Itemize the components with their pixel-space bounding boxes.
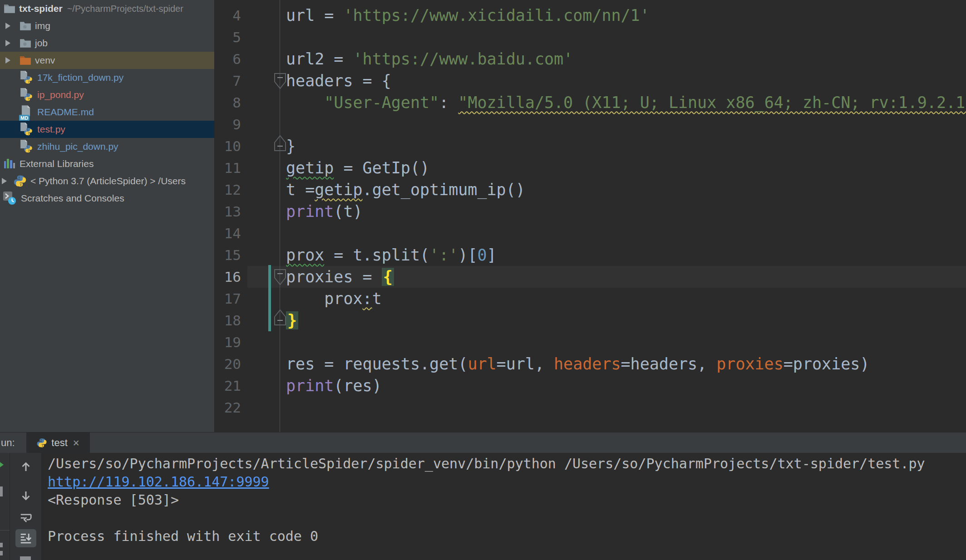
divider <box>0 530 10 531</box>
line-number: 18 <box>215 309 241 331</box>
soft-wrap-button[interactable] <box>15 508 36 526</box>
python-file-icon <box>20 139 34 154</box>
sidebar-item-job[interactable]: job <box>0 34 214 52</box>
up-stack-trace-button[interactable] <box>15 457 36 476</box>
partial-icon[interactable] <box>0 551 3 555</box>
run-label: un: <box>1 432 15 453</box>
code-line-17: prox:t <box>286 288 382 309</box>
sidebar-item-17k-fiction-down[interactable]: 17k_fiction_down.py <box>0 69 214 86</box>
fold-start-marker[interactable] <box>273 73 287 92</box>
sidebar-item-label: zhihu_pic_down.py <box>37 141 118 152</box>
line-number: 13 <box>215 201 241 222</box>
scratches-icon <box>3 191 17 206</box>
line-number: 11 <box>215 157 241 179</box>
sidebar-item-label: test.py <box>37 124 65 135</box>
sidebar-item-img[interactable]: img <box>0 17 214 34</box>
fold-region-line <box>280 0 280 432</box>
project-root-path: ~/PycharmProjects/txt-spider <box>67 4 183 14</box>
project-root-name: txt-spider <box>19 3 63 14</box>
pycharm-window: txt-spider ~/PycharmProjects/txt-spider … <box>0 0 966 560</box>
expand-arrow-icon[interactable] <box>5 57 10 64</box>
project-tree-panel: txt-spider ~/PycharmProjects/txt-spider … <box>0 0 215 432</box>
down-stack-trace-button[interactable] <box>15 487 36 505</box>
code-line-16: proxies = { <box>286 266 394 288</box>
markdown-file-icon: MD <box>20 105 34 119</box>
line-number: 12 <box>215 179 241 201</box>
sidebar-item-scratches[interactable]: Scratches and Consoles <box>0 190 214 207</box>
code-line-8: "User-Agent": "Mozilla/5.0 (X11; U; Linu… <box>286 92 966 113</box>
fold-end-marker[interactable] <box>273 134 287 153</box>
change-marker <box>268 265 271 331</box>
code-line-20: res = requests.get(url=url, headers=head… <box>286 353 869 375</box>
sidebar-item-label: ip_pond.py <box>37 89 84 100</box>
sidebar-item-label: job <box>35 38 48 49</box>
expand-arrow-icon[interactable] <box>5 40 10 46</box>
code-line-10: } <box>286 135 296 157</box>
fold-end-marker[interactable] <box>273 309 287 328</box>
console-exit-line: Process finished with exit code 0 <box>48 527 318 545</box>
partial-icon[interactable] <box>0 486 3 496</box>
code-line-6: url2 = 'https://www.baidu.com' <box>286 48 573 70</box>
line-number: 20 <box>215 353 241 375</box>
line-number: 21 <box>215 375 241 397</box>
sidebar-item-label: img <box>35 20 50 31</box>
sidebar-item-label: README.md <box>37 107 94 118</box>
sidebar-item-zhihu-pic-down[interactable]: zhihu_pic_down.py <box>0 138 214 155</box>
sidebar-item-venv[interactable]: venv <box>0 52 214 69</box>
expand-arrow-icon[interactable] <box>5 23 10 29</box>
code-line-21: print(res) <box>286 375 382 397</box>
line-number: 22 <box>215 397 241 418</box>
code-line-7: headers = { <box>286 70 391 92</box>
line-number: 14 <box>215 222 241 244</box>
scroll-to-end-button[interactable] <box>15 529 36 547</box>
sidebar-item-label: External Libraries <box>20 158 94 169</box>
console-response-line: <Response [503]> <box>48 491 179 509</box>
md-badge: MD <box>19 115 30 121</box>
code-line-11: getip = GetIp() <box>286 157 429 179</box>
sidebar-item-ip-pond[interactable]: ip_pond.py <box>0 86 214 103</box>
sidebar-item-python-interpreter[interactable]: < Python 3.7 (ArticleSpider) > /Users <box>0 172 214 190</box>
run-console: /Users/so/PycharmProjects/ArticleSpider/… <box>0 453 966 560</box>
partial-icon[interactable] <box>0 543 3 547</box>
sidebar-item-test[interactable]: test.py <box>0 121 214 138</box>
code-line-15: prox = t.split(':')[0] <box>286 244 497 266</box>
console-command-line: /Users/so/PycharmProjects/ArticleSpider/… <box>48 455 925 473</box>
line-number: 15 <box>215 244 241 266</box>
line-number: 9 <box>215 113 241 135</box>
sidebar-item-label: 17k_fiction_down.py <box>37 72 123 83</box>
close-icon[interactable]: ✕ <box>73 438 80 448</box>
python-logo-icon <box>13 174 27 188</box>
folder-icon-excluded <box>20 55 31 65</box>
sidebar-item-label: < Python 3.7 (ArticleSpider) > /Users <box>30 176 186 187</box>
sidebar-item-label: venv <box>35 55 55 66</box>
sidebar-item-readme[interactable]: MD README.md <box>0 103 214 121</box>
line-number: 4 <box>215 5 241 26</box>
python-file-icon <box>20 88 34 102</box>
line-number: 7 <box>215 70 241 92</box>
libraries-icon <box>3 157 16 170</box>
sidebar-item-label: Scratches and Consoles <box>21 193 124 204</box>
project-root-row[interactable]: txt-spider ~/PycharmProjects/txt-spider <box>0 0 214 17</box>
code-editor[interactable]: 4 5 6 7 8 9 10 11 12 13 14 15 16 17 18 1… <box>215 0 966 432</box>
line-number: 10 <box>215 135 241 157</box>
line-number: 8 <box>215 92 241 113</box>
run-tab-title: test <box>51 437 67 449</box>
fold-start-marker[interactable] <box>273 269 287 288</box>
python-file-icon <box>20 122 34 137</box>
partial-icon[interactable] <box>20 556 31 560</box>
console-link[interactable]: http://119.102.186.147:9999 <box>48 473 269 491</box>
python-file-icon <box>20 70 34 85</box>
sidebar-item-external-libraries[interactable]: External Libraries <box>0 155 214 172</box>
line-number: 17 <box>215 288 241 309</box>
rerun-icon[interactable] <box>0 459 4 470</box>
folder-icon <box>4 4 15 14</box>
folder-icon <box>20 21 31 31</box>
expand-arrow-icon[interactable] <box>2 178 7 184</box>
line-number: 19 <box>215 331 241 353</box>
folder-icon <box>20 38 31 48</box>
console-toolbar <box>10 453 42 560</box>
python-logo-icon <box>36 437 47 448</box>
run-tab-test[interactable]: test ✕ <box>26 432 90 453</box>
code-line-12: t =getip.get_optimum_ip() <box>286 179 525 201</box>
line-number-current: 16 <box>215 266 241 288</box>
